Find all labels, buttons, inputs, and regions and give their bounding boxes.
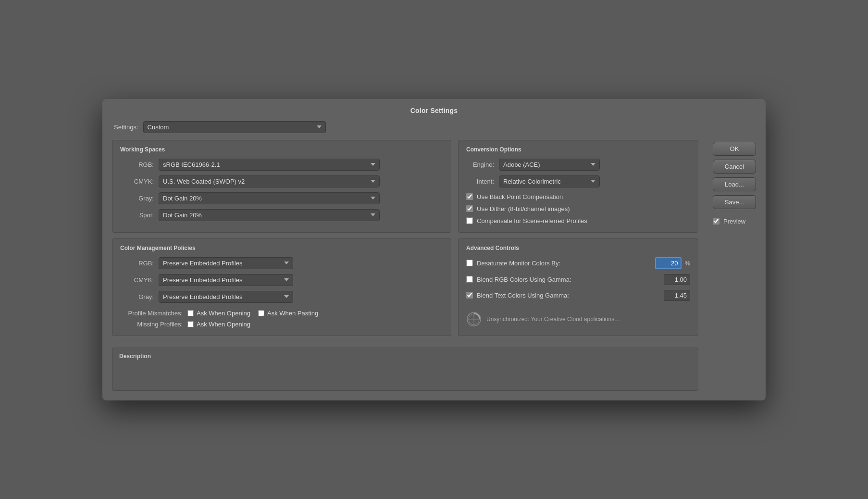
advanced-controls-section: Advanced Controls Desaturate Monitor Col… [458,238,698,336]
blend-text-label: Blend Text Colors Using Gamma: [477,292,664,299]
spot-ws-label: Spot: [120,212,154,219]
rgb-ws-label: RGB: [120,161,154,168]
spot-ws-dropdown[interactable]: Dot Gain 20% [159,209,380,221]
ask-when-opening-mismatch-label: Ask When Opening [197,310,250,317]
gray-policy-label: Gray: [120,293,154,300]
sync-icon [466,312,482,327]
unsync-text: Unsynchronized: Your Creative Cloud appl… [486,316,619,323]
conversion-options-section: Conversion Options Engine: Adobe (ACE) I… [458,140,698,233]
color-management-title: Color Management Policies [120,245,443,251]
ask-when-pasting-label: Ask When Pasting [267,310,318,317]
blend-text-input[interactable] [664,290,690,301]
color-settings-dialog: Color Settings Settings: Custom Working … [102,99,766,400]
dither-checkbox[interactable] [466,205,473,212]
rgb-policy-dropdown[interactable]: Preserve Embedded Profiles [159,257,293,269]
rgb-ws-dropdown[interactable]: sRGB IEC61966-2.1 [159,159,380,171]
engine-label: Engine: [466,161,494,168]
cmyk-policy-label: CMYK: [120,276,154,284]
scene-referred-label: Compensate for Scene-referred Profiles [477,217,587,225]
description-title: Description [119,353,691,360]
blend-rgb-label: Blend RGB Colors Using Gamma: [477,276,664,283]
advanced-controls-title: Advanced Controls [466,245,690,251]
buttons-panel: OK Cancel Load... Save... Preview [713,140,756,391]
cmyk-ws-dropdown[interactable]: U.S. Web Coated (SWOP) v2 [159,175,380,187]
save-button[interactable]: Save... [713,195,756,209]
settings-label: Settings: [114,124,138,131]
dialog-title: Color Settings [112,107,756,114]
ok-button[interactable]: OK [713,142,756,156]
preview-checkbox[interactable] [713,218,719,225]
cancel-button[interactable]: Cancel [713,160,756,174]
missing-ask-when-opening-label: Ask When Opening [197,321,250,328]
intent-dropdown[interactable]: Relative Colorimetric [499,175,600,187]
settings-dropdown[interactable]: Custom [143,121,326,133]
intent-label: Intent: [466,178,494,185]
ask-when-opening-mismatch-checkbox[interactable] [187,310,194,316]
black-point-checkbox[interactable] [466,193,473,200]
gray-ws-label: Gray: [120,195,154,202]
working-spaces-section: Working Spaces RGB: sRGB IEC61966-2.1 CM… [112,140,451,233]
scene-referred-checkbox[interactable] [466,217,473,224]
ask-when-pasting-checkbox[interactable] [258,310,264,316]
blend-text-checkbox[interactable] [466,292,473,299]
color-management-section: Color Management Policies RGB: Preserve … [112,238,451,336]
desaturate-checkbox[interactable] [466,260,473,266]
description-section: Description [112,348,698,391]
gray-ws-dropdown[interactable]: Dot Gain 20% [159,192,380,204]
black-point-label: Use Black Point Compensation [477,193,563,200]
missing-profiles-label: Missing Profiles: [120,321,183,328]
blend-rgb-input[interactable] [664,274,690,285]
dither-label: Use Dither (8-bit/channel images) [477,205,570,212]
missing-profiles-checkbox[interactable] [187,321,194,327]
load-button[interactable]: Load... [713,177,756,191]
desaturate-unit: % [684,260,690,267]
working-spaces-title: Working Spaces [120,146,443,153]
desaturate-label: Desaturate Monitor Colors By: [477,260,655,267]
profile-mismatches-label: Profile Mismatches: [120,310,183,317]
desaturate-input[interactable] [655,257,682,269]
blend-rgb-checkbox[interactable] [466,276,473,283]
rgb-policy-label: RGB: [120,260,154,267]
gray-policy-dropdown[interactable]: Preserve Embedded Profiles [159,291,293,303]
cmyk-policy-dropdown[interactable]: Preserve Embedded Profiles [159,274,293,286]
engine-dropdown[interactable]: Adobe (ACE) [499,159,600,171]
preview-label: Preview [723,218,745,225]
cmyk-ws-label: CMYK: [120,178,154,185]
conversion-options-title: Conversion Options [466,146,690,153]
